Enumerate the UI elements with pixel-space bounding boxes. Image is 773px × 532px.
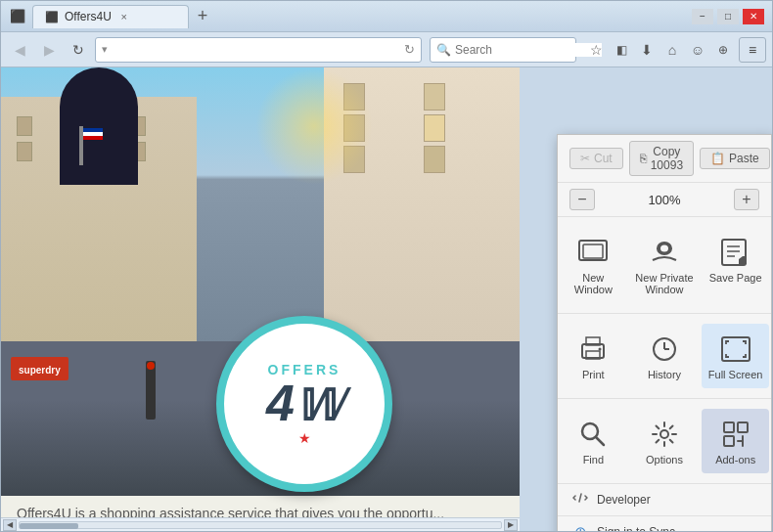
url-bar-container: ▾ ↻ [95,37,422,63]
close-button[interactable]: ✕ [743,9,764,24]
content-area: superdry OFFERS 4𝕎 ★ [1,67,772,531]
search-container: 🔍 [430,37,576,63]
sign-in-icon: ⊕ [571,523,589,531]
scroll-track[interactable] [19,521,502,529]
refresh-button[interactable]: ↻ [66,37,91,63]
svg-rect-19 [724,422,734,432]
scroll-thumb[interactable] [20,523,78,529]
print-label: Print [582,369,605,380]
active-tab[interactable]: ⬛ Offers4U × [32,5,189,28]
find-icon [575,417,611,452]
edit-actions-row: ✂ Cut ⎘ Copy 10093 📋 Paste [558,135,771,182]
private-window-menu-item[interactable]: New Private Window [631,227,699,303]
zoom-out-button[interactable]: − [569,189,595,210]
forward-button[interactable]: ▶ [36,37,62,63]
download-button[interactable]: ⬇ [635,38,659,62]
developer-menu-item[interactable]: Developer [558,484,771,515]
paste-icon: 📋 [710,152,725,165]
window-controls: − □ ✕ [692,9,764,24]
back-button[interactable]: ◀ [7,37,32,63]
private-window-label: New Private Window [635,272,695,295]
title-bar: ⬛ ⬛ Offers4U × + − □ ✕ [1,1,772,32]
scroll-left-arrow[interactable]: ◀ [3,519,17,531]
url-input[interactable] [111,43,404,57]
url-left-arrow: ▾ [102,43,108,56]
find-menu-item[interactable]: Find [560,409,627,473]
menu-grid-bottom: Find Options Add-ons [558,399,771,484]
addons-label: Add-ons [715,454,755,466]
zoom-in-button[interactable]: + [734,189,759,210]
minimize-button[interactable]: − [692,9,713,24]
search-icon: 🔍 [436,43,451,57]
browser-icon: ⬛ [9,8,26,25]
bookmark-button[interactable]: ☆ [584,38,608,62]
tab-bar: ⬛ Offers4U × + [32,5,686,28]
svg-point-18 [660,430,668,438]
svg-rect-20 [738,422,748,432]
cut-icon: ✂ [580,152,590,165]
menu-grid-top: New Window New Private Window Save Page [558,217,771,314]
addons-menu-item[interactable]: Add-ons [702,409,769,473]
nav-icons: ☆ ◧ ⬇ ⌂ ☺ ⊕ [584,38,735,62]
scroll-right-arrow[interactable]: ▶ [504,519,518,531]
paste-button[interactable]: 📋 Paste [700,148,770,169]
menu-grid-middle: Print History Full Screen [558,314,771,399]
dropdown-menu: ✂ Cut ⎘ Copy 10093 📋 Paste − 100% + [557,134,772,531]
copy-icon: ⎘ [640,152,647,165]
print-menu-item[interactable]: Print [560,324,627,388]
nav-bar: ◀ ▶ ↻ ▾ ↻ 🔍 ☆ ◧ ⬇ ⌂ ☺ ⊕ ≡ [1,32,772,67]
logo-4u-text: 4𝕎 [266,377,342,428]
logo-star: ★ [298,430,311,446]
fullscreen-menu-item[interactable]: Full Screen [702,324,769,388]
zoom-value: 100% [601,193,728,207]
sign-in-menu-item[interactable]: ⊕ Sign in to Sync [558,515,771,531]
maximize-button[interactable]: □ [717,9,739,24]
home-button[interactable]: ⌂ [660,38,684,62]
private-window-icon [647,235,682,270]
print-icon [575,332,611,367]
cut-button[interactable]: ✂ Cut [569,148,623,169]
svg-point-11 [599,348,602,351]
logo-circle: OFFERS 4𝕎 ★ [216,316,392,492]
options-menu-item[interactable]: Options [631,409,699,473]
find-label: Find [583,454,604,466]
zoom-row: − 100% + [558,182,771,217]
svg-rect-21 [724,436,734,446]
building-arch [60,67,138,185]
search-input[interactable] [455,43,602,57]
history-icon [647,332,682,367]
svg-point-3 [660,245,668,252]
addons-icon [718,417,753,452]
sync-button[interactable]: ⊕ [711,38,735,62]
svg-line-22 [579,494,581,502]
save-page-label: Save Page [709,272,762,284]
screenshot-button[interactable]: ◧ [610,38,633,62]
horizontal-scrollbar: ◀ ▶ [1,517,520,531]
history-menu-item[interactable]: History [631,324,699,388]
history-label: History [648,369,681,380]
svg-rect-1 [583,244,603,258]
options-icon [647,417,682,452]
url-refresh-icon: ↻ [404,42,415,57]
svg-line-17 [596,437,604,445]
fullscreen-icon [718,332,753,367]
new-tab-button[interactable]: + [189,5,216,28]
menu-button[interactable]: ≡ [739,37,766,63]
sign-in-label: Sign in to Sync [597,525,675,531]
new-window-icon [575,235,611,270]
tab-favicon: ⬛ [45,11,59,23]
fullscreen-label: Full Screen [708,369,763,380]
new-window-menu-item[interactable]: New Window [560,227,627,303]
options-label: Options [646,454,683,466]
developer-icon [571,491,589,509]
save-page-icon [718,235,753,270]
browser-window: ⬛ ⬛ Offers4U × + − □ ✕ ◀ ▶ ↻ ▾ ↻ 🔍 [0,0,773,532]
emoji-button[interactable]: ☺ [686,38,709,62]
tab-close-button[interactable]: × [117,10,131,23]
developer-label: Developer [597,493,651,507]
tab-title: Offers4U [65,10,112,23]
new-window-label: New Window [564,272,623,295]
copy-button[interactable]: ⎘ Copy 10093 [629,141,694,176]
save-page-menu-item[interactable]: Save Page [702,227,769,303]
